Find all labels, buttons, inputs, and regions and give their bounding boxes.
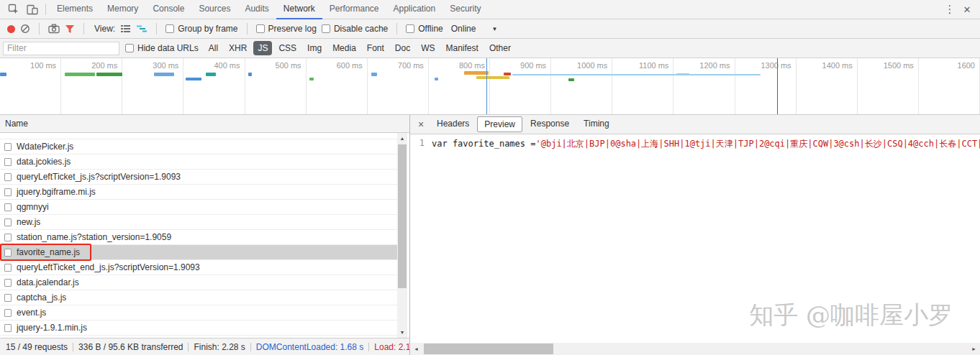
device-toolbar-icon[interactable]	[23, 0, 42, 19]
screenshot-camera-icon[interactable]	[48, 24, 60, 34]
detail-tab-headers[interactable]: Headers	[430, 116, 476, 132]
kebab-menu-icon[interactable]: ⋮	[941, 3, 958, 16]
detail-tab-preview[interactable]: Preview	[477, 116, 522, 132]
checkbox-box	[165, 24, 174, 33]
file-icon	[4, 234, 12, 241]
devtools-tab-memory[interactable]: Memory	[100, 0, 145, 19]
vertical-scrollbar[interactable]: ▲ ▼	[397, 133, 407, 338]
timeline-tick-label: 1600	[919, 58, 979, 70]
request-row[interactable]: WdatePicker.js	[0, 139, 397, 155]
devtools-tab-performance[interactable]: Performance	[322, 0, 386, 19]
request-row[interactable]: jquery.bgiframe.mi.js	[0, 185, 397, 200]
divider	[396, 23, 397, 34]
timeline-gridline: 1000 ms	[551, 58, 612, 114]
request-row[interactable]: jquery-1.9.1.min.js	[0, 321, 397, 336]
filter-type-all[interactable]: All	[204, 41, 222, 55]
timeline-gridline: 900 ms	[490, 58, 551, 114]
request-row[interactable]: qgmnyyi	[0, 200, 397, 215]
offline-checkbox[interactable]: Offline	[406, 24, 443, 34]
preview-content[interactable]: 1 var favorite_names ='@bji|北京|BJP|0@sha…	[410, 134, 980, 343]
filter-input[interactable]	[3, 42, 119, 55]
devtools-tab-console[interactable]: Console	[145, 0, 191, 19]
divider	[247, 23, 248, 34]
file-icon	[4, 279, 12, 287]
file-icon	[4, 188, 12, 196]
filter-type-media[interactable]: Media	[328, 41, 360, 55]
filter-type-font[interactable]: Font	[363, 41, 389, 55]
preserve-log-checkbox[interactable]: Preserve log	[256, 24, 317, 34]
request-row[interactable]: queryLeftTicket_js.js?scriptVersion=1.90…	[0, 170, 397, 185]
network-content: Name WdatePicker.jsdata.jcokies.jsqueryL…	[0, 115, 980, 355]
checkbox-box	[322, 24, 330, 33]
detail-tabs: HeadersPreviewResponseTiming	[430, 116, 616, 132]
filter-type-xhr[interactable]: XHR	[224, 41, 251, 55]
filter-type-doc[interactable]: Doc	[391, 41, 414, 55]
filter-type-css[interactable]: CSS	[274, 41, 301, 55]
timeline-gridline: 400 ms	[183, 58, 245, 114]
network-filter-bar: Hide data URLs AllXHRJSCSSImgMediaFontDo…	[0, 39, 980, 58]
timeline-activity-bar	[206, 73, 216, 76]
timeline-activity-bar	[371, 73, 377, 76]
timeline-activity-bar	[309, 78, 314, 80]
timeline-tick-label: 400 ms	[183, 58, 244, 70]
inspect-element-icon[interactable]	[4, 0, 23, 19]
scrollbar-thumb[interactable]	[424, 344, 553, 354]
request-name: new.js	[17, 215, 40, 229]
timeline-gridline: 1200 ms	[673, 58, 735, 114]
throttling-dropdown[interactable]: Online ▼	[451, 24, 498, 34]
devtools-tab-sources[interactable]: Sources	[191, 0, 237, 19]
name-column-header[interactable]: Name	[0, 115, 409, 133]
group-by-frame-checkbox[interactable]: Group by frame	[165, 24, 237, 34]
detail-tab-response[interactable]: Response	[524, 116, 576, 132]
timeline-tick-label: 1400 ms	[797, 58, 857, 70]
view-list-icon[interactable]	[120, 24, 131, 33]
request-row[interactable]: captcha_js.js	[0, 290, 397, 305]
timeline-tick-label: 700 ms	[368, 58, 428, 70]
scroll-left-arrow[interactable]: ◄	[410, 343, 422, 355]
detail-tab-timing[interactable]: Timing	[577, 116, 616, 132]
filter-type-manifest[interactable]: Manifest	[442, 41, 483, 55]
scrollbar-thumb[interactable]	[398, 144, 407, 288]
timeline-tick-label: 1500 ms	[858, 58, 918, 70]
view-label: View:	[94, 24, 115, 34]
code-line: 1 var favorite_names ='@bji|北京|BJP|0@sha…	[410, 138, 980, 150]
devtools-tab-application[interactable]: Application	[386, 0, 443, 19]
request-row[interactable]: favorite_name.js	[0, 245, 397, 260]
timeline-tick-label: 1000 ms	[551, 58, 612, 70]
horizontal-scrollbar[interactable]: ◄ ►	[410, 343, 980, 355]
close-detail-icon[interactable]: ×	[414, 119, 427, 130]
filter-type-other[interactable]: Other	[485, 41, 515, 55]
request-row[interactable]: data.jcokies.js	[0, 155, 397, 170]
request-row[interactable]: station_name.js?station_version=1.9059	[0, 230, 397, 245]
network-overview-timeline[interactable]: 100 ms200 ms300 ms400 ms500 ms600 ms700 …	[0, 58, 980, 115]
filter-type-ws[interactable]: WS	[417, 41, 439, 55]
checkbox-box	[125, 44, 134, 52]
clear-icon[interactable]	[20, 24, 30, 34]
request-name: data.jcokies.js	[17, 155, 71, 169]
filter-type-img[interactable]: Img	[303, 41, 326, 55]
devtools-tab-audits[interactable]: Audits	[237, 0, 276, 19]
record-button[interactable]	[7, 25, 15, 33]
scroll-up-arrow[interactable]: ▲	[397, 133, 407, 144]
transferred-size: 336 B / 95.6 KB transferred	[78, 342, 183, 352]
request-row[interactable]: event.js	[0, 305, 397, 321]
devtools-tab-security[interactable]: Security	[443, 0, 488, 19]
view-waterfall-icon[interactable]	[136, 24, 148, 33]
devtools-tab-elements[interactable]: Elements	[50, 0, 100, 19]
scroll-right-arrow[interactable]: ►	[968, 343, 980, 355]
request-row[interactable]: new.js	[0, 215, 397, 230]
scroll-down-arrow[interactable]: ▼	[397, 327, 407, 338]
request-row[interactable]: data.jcalendar.js	[0, 275, 397, 290]
timeline-tick-label: 200 ms	[61, 58, 122, 70]
hide-data-urls-checkbox[interactable]: Hide data URLs	[125, 43, 199, 53]
close-devtools-icon[interactable]: ✕	[958, 4, 976, 15]
scrollbar-track[interactable]	[422, 343, 968, 355]
timeline-tick-label: 500 ms	[245, 58, 306, 70]
disable-cache-checkbox[interactable]: Disable cache	[322, 24, 388, 34]
filter-funnel-icon[interactable]	[65, 24, 75, 34]
request-row[interactable]: queryLeftTicket_end_js.js?scriptVersion=…	[0, 260, 397, 275]
devtools-tab-network[interactable]: Network	[276, 0, 322, 19]
filter-type-js[interactable]: JS	[253, 41, 272, 55]
timeline-activity-bar	[154, 73, 174, 76]
timeline-activity-bar	[0, 73, 6, 76]
